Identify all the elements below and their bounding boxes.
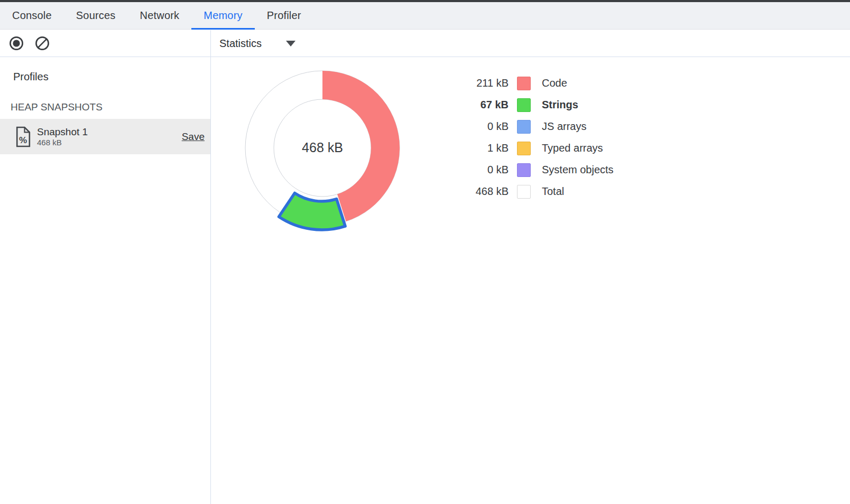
devtools-tabbar: Console Sources Network Memory Profiler [0,2,850,30]
toolbar-divider [210,30,211,57]
tab-console[interactable]: Console [0,2,64,29]
code-swatch-icon [517,77,531,90]
snapshot-list-item[interactable]: % Snapshot 1 468 kB Save [0,119,210,154]
legend-label: Strings [542,99,578,111]
legend-label: Total [542,185,564,198]
tab-sources[interactable]: Sources [64,2,128,29]
heap-statistics-donut-chart: 468 kB [233,58,423,240]
legend-value: 1 kB [456,142,509,154]
tab-network[interactable]: Network [128,2,192,29]
strings-swatch-icon [517,98,531,112]
legend-row-code[interactable]: 211 kB Code [456,72,614,94]
legend-row-system-objects[interactable]: 0 kB System objects [456,159,614,181]
tab-memory[interactable]: Memory [191,2,254,29]
svg-text:%: % [19,135,27,145]
heap-snapshots-section-title: HEAP SNAPSHOTS [11,101,103,113]
legend-value: 0 kB [456,164,509,176]
perspective-select[interactable]: Statistics [219,30,295,57]
legend-label: Code [542,77,567,89]
snapshot-size: 468 kB [37,138,88,147]
clear-button[interactable] [34,35,51,52]
save-link[interactable]: Save [182,131,205,143]
memory-toolbar: Statistics [0,30,850,57]
legend-row-strings[interactable]: 67 kB Strings [456,94,614,116]
heap-snapshot-document-icon: % [15,126,31,147]
perspective-select-value: Statistics [219,38,262,50]
legend-value: 0 kB [456,120,509,133]
legend-row-total[interactable]: 468 kB Total [456,181,614,202]
legend-value: 468 kB [456,185,509,198]
sidebar-title: Profiles [13,71,49,83]
snapshot-name: Snapshot 1 [37,126,88,138]
dropdown-arrow-icon [286,41,295,46]
profiles-sidebar: Profiles HEAP SNAPSHOTS % Snapshot 1 468… [0,57,211,504]
total-swatch-icon [517,185,531,199]
chart-legend: 211 kB Code 67 kB Strings 0 kB JS arrays… [456,72,614,202]
legend-value: 211 kB [456,77,509,89]
tab-profiler[interactable]: Profiler [255,2,313,29]
clear-icon [34,35,50,51]
typed-arrays-swatch-icon [517,142,531,155]
donut-center-label: 468 kB [302,140,343,155]
js-arrays-swatch-icon [517,120,531,134]
system-objects-swatch-icon [517,163,531,177]
legend-label: System objects [542,164,614,176]
legend-row-js-arrays[interactable]: 0 kB JS arrays [456,116,614,137]
legend-row-typed-arrays[interactable]: 1 kB Typed arrays [456,137,614,159]
legend-label: JS arrays [542,120,586,133]
legend-value: 67 kB [456,99,509,111]
statistics-panel: 468 kB 211 kB Code 67 kB Strings 0 kB JS… [211,57,850,504]
record-icon [8,35,24,51]
legend-label: Typed arrays [542,142,603,154]
record-button[interactable] [8,35,25,52]
